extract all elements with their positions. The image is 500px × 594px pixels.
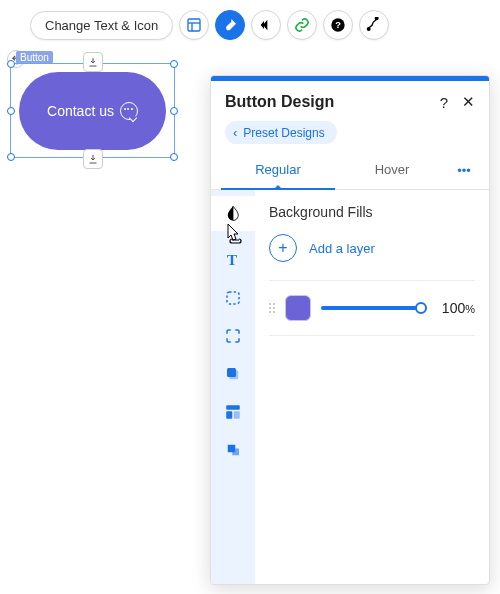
breadcrumb-label: Preset Designs — [243, 126, 324, 140]
padding-tab-icon[interactable] — [224, 403, 242, 421]
svg-point-5 — [368, 28, 371, 31]
svg-rect-0 — [188, 19, 200, 31]
change-text-icon-button[interactable]: Change Text & Icon — [30, 11, 173, 40]
svg-rect-11 — [226, 405, 240, 410]
section-title: Background Fills — [269, 204, 475, 220]
panel-help-button[interactable]: ? — [440, 94, 448, 111]
resize-handle[interactable] — [7, 153, 15, 161]
button-design-panel: Button Design ? ✕ ‹ Preset Designs Regul… — [210, 75, 490, 585]
chevron-left-icon: ‹ — [233, 125, 237, 140]
plus-icon: + — [269, 234, 297, 262]
link-button[interactable] — [287, 10, 317, 40]
export-bottom-marker[interactable] — [83, 149, 103, 169]
fill-layer-row: 100% — [269, 280, 475, 336]
add-layer-button[interactable]: + Add a layer — [269, 234, 475, 262]
download-icon — [87, 56, 99, 68]
button-text: Contact us — [47, 103, 114, 119]
panel-title: Button Design — [225, 93, 334, 111]
border-tab-icon[interactable] — [224, 289, 242, 307]
svg-rect-12 — [226, 411, 232, 419]
resize-handle[interactable] — [7, 107, 15, 115]
color-swatch[interactable] — [285, 295, 311, 321]
link-icon — [294, 17, 310, 33]
contact-us-button[interactable]: Contact us — [19, 72, 166, 150]
svg-point-6 — [376, 17, 379, 20]
extra-tab-icon[interactable] — [224, 441, 242, 459]
resize-handle[interactable] — [7, 60, 15, 68]
help-icon: ? — [330, 17, 346, 33]
layout-button[interactable] — [179, 10, 209, 40]
selection-box[interactable]: Contact us — [10, 63, 175, 158]
opacity-value: 100% — [431, 300, 475, 316]
animation-button[interactable] — [251, 10, 281, 40]
resize-handle[interactable] — [170, 107, 178, 115]
drag-handle[interactable] — [269, 303, 275, 313]
tab-hover-label: Hover — [375, 162, 410, 177]
breadcrumb-preset-designs[interactable]: ‹ Preset Designs — [225, 121, 337, 144]
cursor-icon — [225, 222, 245, 246]
resize-handle[interactable] — [170, 153, 178, 161]
text-tab-icon[interactable]: T — [224, 251, 242, 269]
svg-rect-13 — [234, 411, 240, 419]
add-layer-label: Add a layer — [309, 241, 375, 256]
tab-regular-label: Regular — [255, 162, 301, 177]
paintbrush-icon — [222, 17, 238, 33]
path-icon — [366, 17, 382, 33]
svg-text:?: ? — [335, 20, 341, 30]
change-text-icon-label: Change Text & Icon — [45, 18, 158, 33]
help-button[interactable]: ? — [323, 10, 353, 40]
tab-regular[interactable]: Regular — [221, 152, 335, 189]
export-top-marker[interactable] — [83, 52, 103, 72]
download-icon — [87, 153, 99, 165]
corners-tab-icon[interactable] — [224, 327, 242, 345]
chat-icon — [120, 102, 138, 120]
fill-tab-icon[interactable] — [224, 204, 242, 222]
svg-text:T: T — [227, 252, 237, 268]
panel-close-button[interactable]: ✕ — [462, 93, 475, 111]
path-button[interactable] — [359, 10, 389, 40]
resize-handle[interactable] — [170, 60, 178, 68]
svg-rect-8 — [227, 292, 239, 304]
shadow-tab-icon[interactable] — [224, 365, 242, 383]
design-button[interactable] — [215, 10, 245, 40]
tab-hover[interactable]: Hover — [335, 152, 449, 189]
animation-icon — [258, 17, 274, 33]
layout-icon — [186, 17, 202, 33]
svg-rect-10 — [227, 368, 236, 377]
tab-more-button[interactable]: ••• — [449, 153, 479, 188]
opacity-slider[interactable] — [321, 300, 421, 316]
